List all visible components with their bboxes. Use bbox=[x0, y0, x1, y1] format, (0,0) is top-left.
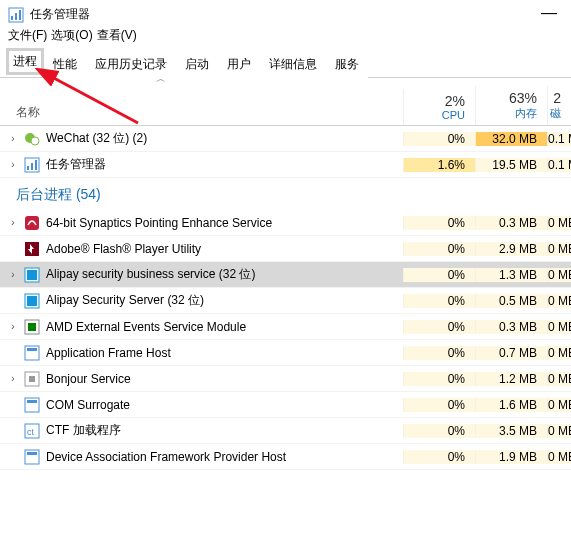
tabs: 进程 性能 应用历史记录 启动 用户 详细信息 服务 bbox=[0, 50, 571, 78]
svg-text:ct: ct bbox=[27, 427, 35, 437]
tab-startup[interactable]: 启动 bbox=[176, 51, 218, 78]
disk-cell: 0 MB bbox=[547, 372, 571, 386]
process-icon bbox=[24, 157, 40, 173]
table-row[interactable]: ›任务管理器1.6%19.5 MB0.1 MB bbox=[0, 152, 571, 178]
tab-app-history[interactable]: 应用历史记录 bbox=[86, 51, 176, 78]
svg-rect-20 bbox=[27, 348, 37, 351]
svg-rect-24 bbox=[27, 400, 37, 403]
table-row[interactable]: ›AMD External Events Service Module0%0.3… bbox=[0, 314, 571, 340]
svg-rect-2 bbox=[15, 13, 17, 20]
expander-icon[interactable]: › bbox=[6, 321, 20, 332]
memory-cell: 0.5 MB bbox=[475, 294, 547, 308]
memory-cell: 0.7 MB bbox=[475, 346, 547, 360]
process-name: Alipay security business service (32 位) bbox=[46, 266, 403, 283]
menu-options[interactable]: 选项(O) bbox=[51, 27, 92, 44]
table-row[interactable]: ›64-bit Synaptics Pointing Enhance Servi… bbox=[0, 210, 571, 236]
disk-cell: 0 MB bbox=[547, 398, 571, 412]
disk-cell: 0 MB bbox=[547, 346, 571, 360]
tab-details[interactable]: 详细信息 bbox=[260, 51, 326, 78]
cpu-cell: 0% bbox=[403, 216, 475, 230]
cpu-cell: 0% bbox=[403, 132, 475, 146]
minimize-button[interactable]: — bbox=[529, 4, 569, 22]
col-memory[interactable]: 63% 内存 bbox=[475, 86, 547, 125]
disk-cell: 0 MB bbox=[547, 216, 571, 230]
process-list: ›WeChat (32 位) (2)0%32.0 MB0.1 MB›任务管理器1… bbox=[0, 126, 571, 470]
cpu-cell: 0% bbox=[403, 398, 475, 412]
process-icon bbox=[24, 397, 40, 413]
process-name: Application Frame Host bbox=[46, 346, 403, 360]
process-name: Adobe® Flash® Player Utility bbox=[46, 242, 403, 256]
svg-rect-18 bbox=[28, 323, 36, 331]
svg-rect-3 bbox=[19, 10, 21, 20]
cpu-cell: 0% bbox=[403, 450, 475, 464]
table-row[interactable]: Device Association Framework Provider Ho… bbox=[0, 444, 571, 470]
expander-icon[interactable]: › bbox=[6, 133, 20, 144]
disk-cell: 0.1 MB bbox=[547, 132, 571, 146]
expander-icon[interactable]: › bbox=[6, 217, 20, 228]
process-name: Bonjour Service bbox=[46, 372, 403, 386]
memory-cell: 1.6 MB bbox=[475, 398, 547, 412]
table-row[interactable]: COM Surrogate0%1.6 MB0 MB bbox=[0, 392, 571, 418]
col-cpu[interactable]: 2% CPU bbox=[403, 89, 475, 125]
table-row[interactable]: ›Alipay security business service (32 位)… bbox=[0, 262, 571, 288]
table-row[interactable]: ›WeChat (32 位) (2)0%32.0 MB0.1 MB bbox=[0, 126, 571, 152]
process-icon bbox=[24, 131, 40, 147]
process-icon: ct bbox=[24, 423, 40, 439]
cpu-cell: 0% bbox=[403, 294, 475, 308]
disk-cell: 0 MB bbox=[547, 450, 571, 464]
expander-icon[interactable]: › bbox=[6, 269, 20, 280]
memory-cell: 3.5 MB bbox=[475, 424, 547, 438]
process-icon bbox=[24, 345, 40, 361]
cpu-cell: 0% bbox=[403, 346, 475, 360]
tab-users[interactable]: 用户 bbox=[218, 51, 260, 78]
col-disk[interactable]: 2 磁 bbox=[547, 86, 571, 125]
process-icon bbox=[24, 319, 40, 335]
menubar: 文件(F) 选项(O) 查看(V) bbox=[0, 25, 571, 50]
menu-file[interactable]: 文件(F) bbox=[8, 27, 47, 44]
memory-cell: 0.3 MB bbox=[475, 216, 547, 230]
process-icon bbox=[24, 293, 40, 309]
disk-cell: 0 MB bbox=[547, 242, 571, 256]
column-headers: ︿ 名称 2% CPU 63% 内存 2 磁 bbox=[0, 78, 571, 126]
table-row[interactable]: ›Bonjour Service0%1.2 MB0 MB bbox=[0, 366, 571, 392]
table-row[interactable]: ctCTF 加载程序0%3.5 MB0 MB bbox=[0, 418, 571, 444]
table-row[interactable]: Alipay Security Server (32 位)0%0.5 MB0 M… bbox=[0, 288, 571, 314]
expander-icon[interactable]: › bbox=[6, 159, 20, 170]
disk-cell: 0.1 MB bbox=[547, 158, 571, 172]
svg-rect-8 bbox=[27, 166, 29, 170]
cpu-cell: 0% bbox=[403, 424, 475, 438]
process-name: 任务管理器 bbox=[46, 156, 403, 173]
svg-rect-22 bbox=[29, 376, 35, 382]
memory-cell: 1.9 MB bbox=[475, 450, 547, 464]
cpu-cell: 0% bbox=[403, 268, 475, 282]
table-row[interactable]: Application Frame Host0%0.7 MB0 MB bbox=[0, 340, 571, 366]
memory-cell: 1.2 MB bbox=[475, 372, 547, 386]
table-row[interactable]: Adobe® Flash® Player Utility0%2.9 MB0 MB bbox=[0, 236, 571, 262]
disk-cell: 0 MB bbox=[547, 268, 571, 282]
menu-view[interactable]: 查看(V) bbox=[97, 27, 137, 44]
expander-icon[interactable]: › bbox=[6, 373, 20, 384]
process-icon bbox=[24, 267, 40, 283]
group-header-background: 后台进程 (54) bbox=[0, 178, 571, 210]
cpu-cell: 0% bbox=[403, 242, 475, 256]
svg-rect-1 bbox=[11, 16, 13, 20]
process-icon bbox=[24, 215, 40, 231]
svg-rect-11 bbox=[25, 216, 39, 230]
process-name: AMD External Events Service Module bbox=[46, 320, 403, 334]
memory-cell: 19.5 MB bbox=[475, 158, 547, 172]
tab-performance[interactable]: 性能 bbox=[44, 51, 86, 78]
memory-cell: 32.0 MB bbox=[475, 132, 547, 146]
app-icon bbox=[8, 7, 24, 23]
process-name: COM Surrogate bbox=[46, 398, 403, 412]
process-name: Alipay Security Server (32 位) bbox=[46, 292, 403, 309]
cpu-cell: 0% bbox=[403, 320, 475, 334]
memory-cell: 0.3 MB bbox=[475, 320, 547, 334]
tab-processes[interactable]: 进程 bbox=[6, 48, 44, 75]
cpu-cell: 1.6% bbox=[403, 158, 475, 172]
svg-rect-9 bbox=[31, 163, 33, 170]
tab-services[interactable]: 服务 bbox=[326, 51, 368, 78]
svg-rect-16 bbox=[27, 296, 37, 306]
process-icon bbox=[24, 371, 40, 387]
svg-rect-10 bbox=[35, 160, 37, 170]
process-icon bbox=[24, 241, 40, 257]
